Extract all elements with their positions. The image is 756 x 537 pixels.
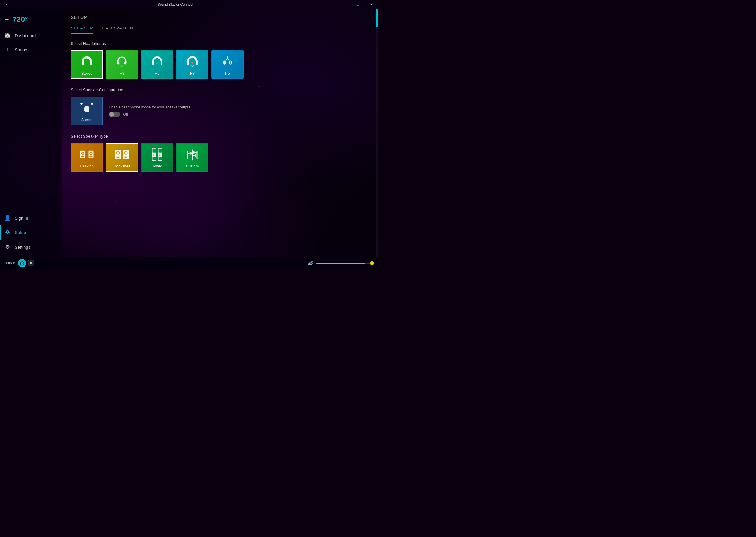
svg-point-43 (159, 154, 161, 156)
tab-calibration[interactable]: CALIBRATION (102, 25, 134, 34)
h7-headphone-icon (186, 55, 199, 71)
headphone-p5-label: P5 (225, 71, 230, 75)
sidebar-item-dashboard[interactable]: 🏠 Dashboard (0, 28, 62, 43)
headphone-card-p5[interactable]: P5 (211, 50, 244, 79)
h3-headphone-icon (116, 55, 129, 71)
output-headphone-icon (18, 259, 26, 267)
svg-rect-7 (187, 62, 189, 65)
headphone-h3-label: H3 (120, 71, 125, 75)
app-title: 720° (12, 15, 28, 24)
svg-rect-4 (152, 63, 154, 65)
output-device: B (18, 259, 34, 267)
volume-section: 🔊 (307, 260, 374, 266)
svg-line-12 (228, 59, 231, 61)
bottom-bar: Output B 🔊 (0, 257, 378, 268)
sidebar-item-dashboard-label: Dashboard (15, 33, 36, 38)
desktop-speaker-label: Desktop (80, 164, 94, 168)
headphone-stereo-label: Stereo (81, 71, 92, 75)
svg-rect-5 (161, 63, 162, 65)
headphone-card-h7[interactable]: H7 (176, 50, 208, 79)
volume-knob (370, 261, 374, 265)
svg-rect-36 (152, 149, 156, 153)
svg-rect-41 (159, 149, 162, 153)
sidebar-nav: 🏠 Dashboard ♪ Sound (0, 28, 62, 211)
svg-rect-30 (117, 156, 120, 158)
svg-rect-26 (90, 156, 93, 157)
headphone-h5-label: H5 (155, 71, 160, 75)
tower-speaker-label: Tower (152, 164, 162, 168)
setup-title: SETUP (71, 15, 369, 20)
bookshelf-speaker-icon (114, 148, 130, 163)
bookshelf-speaker-label: Bookshelf (114, 164, 130, 168)
svg-rect-1 (90, 63, 92, 65)
maximize-button[interactable]: □ (352, 0, 365, 9)
headphone-card-stereo[interactable]: Stereo (71, 50, 103, 79)
tabs: SPEAKER CALIBRATION (71, 25, 369, 34)
volume-track[interactable] (316, 263, 374, 264)
svg-point-3 (124, 62, 127, 64)
speaker-card-desktop[interactable]: Desktop (71, 143, 103, 172)
home-icon: 🏠 (4, 32, 11, 39)
svg-point-21 (82, 153, 84, 154)
headphones-section-title: Select Headphones (71, 41, 369, 46)
speaker-card-bookshelf[interactable]: Bookshelf (106, 143, 138, 172)
headphone-mode-toggle[interactable] (109, 111, 120, 117)
close-button[interactable]: ✕ (365, 0, 378, 9)
tab-speaker[interactable]: SPEAKER (71, 25, 93, 34)
svg-point-33 (125, 152, 127, 154)
svg-rect-22 (81, 156, 84, 157)
sidebar-item-signin-label: Sign In (15, 216, 28, 221)
back-button[interactable]: ← (2, 2, 13, 7)
h5-headphone-icon (150, 55, 164, 71)
svg-rect-55 (23, 264, 24, 265)
svg-rect-44 (159, 157, 162, 160)
speaker-config-section: Select Speaker Configuration Stereo Enab… (71, 88, 369, 125)
sidebar-item-sound[interactable]: ♪ Sound (0, 43, 62, 57)
minimize-button[interactable]: — (338, 0, 352, 9)
svg-line-11 (225, 59, 228, 61)
speaker-card-tower[interactable]: Tower (141, 143, 173, 172)
scrollbar-thumb (376, 9, 378, 26)
sidebar-item-sound-label: Sound (15, 47, 27, 52)
sidebar-item-setup[interactable]: Setup (0, 225, 62, 240)
window-title: Sound Blaster Connect (13, 3, 338, 7)
music-icon: ♪ (4, 47, 11, 53)
speaker-card-custom[interactable]: Custom (176, 143, 208, 172)
svg-rect-14 (229, 61, 231, 64)
svg-point-38 (153, 154, 155, 156)
scrollbar-track[interactable] (376, 9, 378, 257)
hamburger-icon[interactable]: ☰ (4, 17, 9, 23)
sidebar: ☰ 720° 🏠 Dashboard ♪ Sound 👤 Sign In (0, 9, 62, 257)
svg-rect-53 (193, 151, 195, 154)
svg-rect-54 (21, 264, 21, 265)
sidebar-item-setup-label: Setup (15, 230, 26, 235)
tower-speaker-icon (149, 147, 165, 164)
settings-icon: ⚙ (4, 244, 11, 250)
stereo-headphone-icon (80, 55, 94, 71)
svg-rect-47 (190, 152, 192, 155)
device-badge: B (28, 260, 34, 266)
speaker-config-row: Stereo Enable headphone mode for your sp… (71, 97, 369, 125)
sidebar-item-settings[interactable]: ⚙ Settings (0, 240, 62, 254)
svg-point-29 (117, 152, 119, 154)
toggle-state-label: Off (123, 112, 128, 116)
speaker-config-stereo[interactable]: Stereo (71, 97, 103, 125)
desktop-speaker-icon (79, 148, 95, 163)
svg-point-9 (191, 62, 193, 64)
headphone-card-h5[interactable]: H5 (141, 50, 173, 79)
sidebar-item-signin[interactable]: 👤 Sign In (0, 211, 62, 225)
sidebar-header: ☰ 720° (0, 12, 62, 27)
headphones-row: Stereo H3 (71, 50, 369, 79)
sidebar-item-settings-label: Settings (15, 245, 30, 250)
speaker-type-row: Desktop Bookshelf (71, 143, 369, 172)
svg-rect-50 (195, 154, 196, 157)
headphone-h7-label: H7 (190, 71, 195, 75)
app-container: ☰ 720° 🏠 Dashboard ♪ Sound 👤 Sign In (0, 9, 378, 257)
speaker-config-title: Select Speaker Configuration (71, 88, 369, 92)
svg-point-6 (156, 62, 158, 64)
toggle-row: Off (109, 111, 190, 117)
headphone-card-h3[interactable]: H3 (106, 50, 138, 79)
p5-earbuds-icon (221, 55, 234, 71)
svg-rect-39 (152, 157, 156, 160)
headphone-mode-section: Enable headphone mode for your speaker o… (109, 105, 190, 117)
